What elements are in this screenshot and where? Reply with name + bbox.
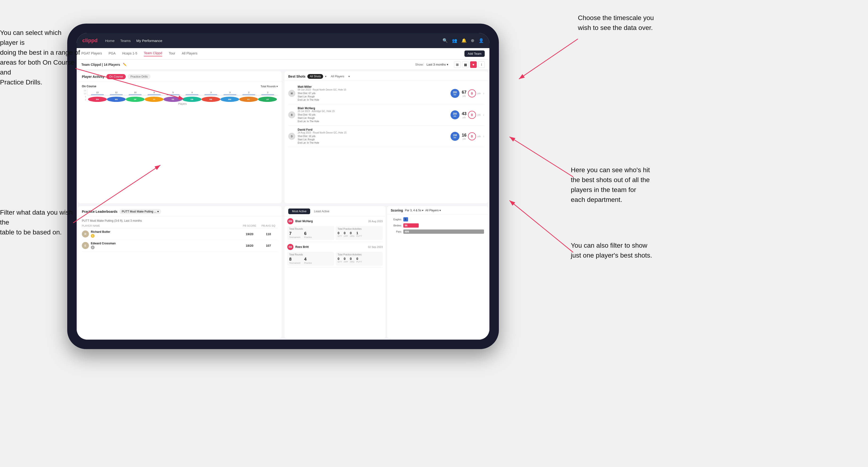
rounds-values: 7 Tournament 6 Practice	[289, 231, 332, 239]
shot-stat2-label: yds	[477, 92, 481, 95]
leaderboard-row[interactable]: R Richard Butler 1 19/20 110	[82, 228, 278, 240]
subnav-team-clippd[interactable]: Team Clippd	[144, 51, 162, 56]
leaderboard-pb-score: 19/20	[240, 232, 259, 236]
shot-chevron-right[interactable]: ›	[483, 113, 484, 117]
player-activity-panel: Player Activity On Course Practice Drill…	[78, 71, 282, 203]
on-course-tab[interactable]: On Course	[106, 74, 126, 79]
subnav-tour[interactable]: Tour	[169, 52, 175, 56]
list-view-button[interactable]: ▦	[462, 61, 469, 68]
grid-view-button[interactable]: ⊞	[454, 61, 461, 68]
shot-stat-label: yds	[462, 95, 467, 97]
total-rounds-section: Total Rounds 7 Tournament 6 Practice	[287, 226, 334, 240]
shot-stat-label: yds	[462, 116, 467, 119]
bar-column: 13	[88, 91, 106, 95]
player-activity-content: On Course Total Rounds ▾ 15 10 5	[78, 81, 282, 203]
shot-card[interactable]: B Blair McHarg 23 Jul 2023 · Ashridge GC…	[288, 104, 484, 126]
chart-wrapper: 15 10 5 0 13 12	[82, 89, 278, 105]
leaderboard-row[interactable]: E Edward Crossman 2 18/20 107	[82, 240, 278, 251]
chevron-down-icon: ▾	[157, 210, 159, 213]
bar-highlight	[129, 95, 142, 95]
scoring-category-label: Birdies	[391, 224, 401, 227]
shot-stats: 16 yds 0 yds	[462, 132, 481, 140]
leaderboard-columns: PLAYER NAME PB SCORE PB AVG SQ	[82, 224, 278, 228]
active-player-name: Blair McHarg	[295, 220, 313, 223]
total-rounds-dropdown[interactable]: Total Rounds ▾	[261, 85, 278, 88]
activity-tabs: On Course Practice Drills	[106, 74, 151, 79]
best-shots-panel: Best Shots All Shots ▾ All Players ▾ M M…	[284, 71, 488, 203]
shot-stat-zero: 0	[468, 111, 476, 119]
player-avatar: JC	[145, 97, 163, 102]
putt-stat: 1PUTT	[356, 231, 362, 237]
subnav-pga[interactable]: PGA	[108, 52, 116, 56]
chevron-down-icon-players[interactable]: ▾	[348, 75, 350, 78]
shot-player-detail: 09 Jun 2023 · Royal North Devon GC, Hole…	[298, 88, 448, 91]
bell-icon[interactable]: 🔔	[461, 38, 467, 43]
subnav-hcaps[interactable]: Hcaps 1-5	[122, 52, 137, 56]
chevron-down-icon[interactable]: ▾	[325, 75, 327, 78]
active-date: 02 Sep 2023	[368, 246, 382, 248]
player-activity-header: Player Activity On Course Practice Drill…	[78, 71, 282, 81]
player-activity-title: Player Activity	[82, 75, 104, 79]
shot-chevron-right[interactable]: ›	[483, 91, 484, 96]
all-shots-tab[interactable]: All Shots	[307, 74, 323, 79]
nav-teams[interactable]: Teams	[120, 39, 131, 43]
tournament-label: Tournament	[289, 236, 301, 239]
bar-column: 4	[183, 91, 201, 95]
least-active-tab[interactable]: Least Active	[310, 209, 333, 214]
active-player-header: RB Rees Britt 02 Sep 2023	[287, 244, 383, 250]
add-team-button[interactable]: Add Team	[464, 51, 485, 57]
best-shots-header: Best Shots All Shots ▾ All Players ▾	[284, 71, 488, 81]
shot-card[interactable]: M Matt Miller 09 Jun 2023 · Royal North …	[288, 83, 484, 104]
leaderboard-subtitle: PUTT Must Make Putting (3-6 ft), Last 3 …	[82, 218, 278, 224]
scoring-bar-value: 3	[405, 218, 406, 221]
nav-my-performance[interactable]: My Performance	[136, 39, 162, 43]
bar-column: 9	[145, 91, 163, 95]
time-filter-dropdown[interactable]: Last 3 months ▾	[427, 63, 448, 66]
scoring-bar-wrapper: 96	[403, 223, 485, 228]
shot-stats: 67 yds 0 yds	[462, 89, 481, 97]
shot-detail-text: Shot Dist: 67 ydsStart Lie: RoughEnd Lie…	[298, 92, 448, 102]
practice-value: 6	[304, 231, 312, 236]
shot-stat2-label: yds	[477, 114, 481, 116]
edit-icon[interactable]: ✏️	[123, 63, 127, 66]
subnav-pgat[interactable]: PGAT Players	[81, 52, 102, 56]
filter-button[interactable]: ⁝	[478, 61, 485, 68]
nav-home[interactable]: Home	[105, 39, 115, 43]
scoring-filter2-dropdown[interactable]: All Players ▾	[425, 209, 441, 212]
shot-stat-value: 16	[462, 133, 467, 138]
shot-badge: 200 SG	[451, 111, 460, 119]
scoring-filter1-dropdown[interactable]: Par 3, 4 & 5s ▾	[405, 209, 423, 212]
leaderboard-avatar: E	[82, 242, 89, 249]
bar-value: 9	[154, 91, 155, 94]
rank-row: 1	[91, 234, 111, 238]
shot-player-detail: 23 Jul 2023 · Ashridge GC, Hole 15	[298, 110, 448, 113]
search-icon[interactable]: 🔍	[442, 38, 448, 43]
tournament-stat: 8 Tournament	[289, 257, 301, 264]
shot-player-info: Blair McHarg 23 Jul 2023 · Ashridge GC, …	[298, 106, 448, 123]
practice-drills-tab[interactable]: Practice Drills	[128, 74, 151, 79]
player-avatar: EE	[163, 97, 182, 102]
shot-chevron-right[interactable]: ›	[483, 134, 484, 138]
all-players-tab[interactable]: All Players	[328, 74, 346, 79]
gtt-stat: 0GTT	[338, 231, 342, 237]
leaderboard-pb-avg: 110	[259, 232, 278, 236]
tournament-label: Tournament	[289, 262, 301, 264]
active-player-header: BM Blair McHarg 26 Aug 2023	[287, 218, 383, 224]
bars-and-axis: 13 12 10 9 5 4	[87, 89, 278, 95]
most-active-tab[interactable]: Most Active	[288, 209, 310, 214]
practice-leaderboard-header: Practice Leaderboards PUTT Must Make Put…	[78, 206, 282, 216]
leaderboard-name: Richard Butler	[91, 230, 111, 234]
profile-icon[interactable]: 👤	[478, 38, 484, 43]
active-avatar: BM	[287, 218, 293, 224]
users-icon[interactable]: 👥	[452, 38, 457, 43]
heart-view-button[interactable]: ♥	[470, 61, 477, 68]
leaderboard-pb-score: 18/20	[240, 244, 259, 247]
leaderboard-filter-dropdown[interactable]: PUTT Must Make Putting ... ▾	[119, 209, 161, 214]
main-content: Player Activity On Course Practice Drill…	[76, 70, 489, 340]
annotation-filter-player: You can also filter to showjust one play…	[571, 241, 652, 260]
rank-badge: 2	[91, 246, 95, 249]
bar-highlight	[167, 95, 180, 95]
shot-card[interactable]: D David Ford 24 Aug 2023 · Royal North D…	[288, 126, 484, 147]
subnav-all-players[interactable]: All Players	[182, 52, 197, 56]
plus-circle-icon[interactable]: ⊕	[471, 38, 474, 43]
